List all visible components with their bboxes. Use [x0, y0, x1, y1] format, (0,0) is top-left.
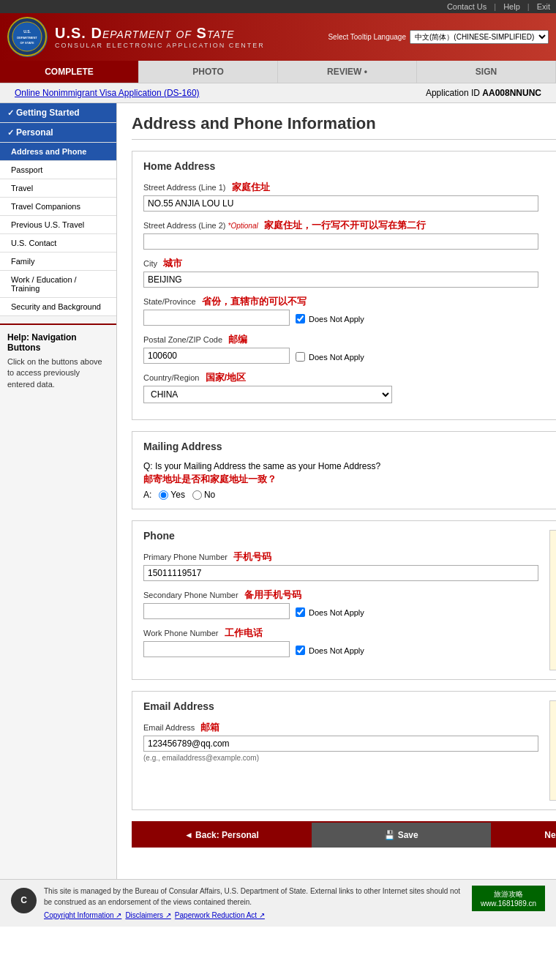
- sidebar-help: Help: Navigation Buttons Click on the bu…: [0, 323, 116, 397]
- secondary-phone-row: Secondary Phone Number 备用手机号码 Does Not A…: [143, 588, 538, 619]
- work-dna-row: Does Not Apply: [296, 646, 364, 655]
- copyright-link[interactable]: Copyright Information ↗: [44, 910, 121, 921]
- phone-title: Phone: [143, 530, 538, 542]
- nav-tabs: COMPLETE PHOTO REVIEW • SIGN: [0, 61, 556, 83]
- street1-label: Street Address (Line 1) 家庭住址: [143, 181, 556, 194]
- sidebar-item-travel-companions[interactable]: Travel Companions: [0, 198, 116, 216]
- page-title: Address and Phone Information: [132, 114, 556, 140]
- sidebar-item-address-phone[interactable]: Address and Phone: [0, 143, 116, 161]
- state-dna-row: Does Not Apply: [296, 314, 364, 323]
- street1-input[interactable]: [143, 195, 538, 212]
- app-id-bar: Online Nonimmigrant Visa Application (DS…: [0, 83, 556, 103]
- seal-logo: U.S. DEPARTMENT OF STATE: [7, 17, 48, 57]
- help-link[interactable]: Help: [503, 2, 520, 11]
- zip-label: Postal Zone/ZIP Code 邮编: [143, 333, 556, 346]
- secondary-phone-input[interactable]: [143, 603, 290, 619]
- lang-select[interactable]: 中文(简体）(CHINESE-SIMPLIFIED): [410, 30, 549, 44]
- work-dna-checkbox[interactable]: [296, 646, 305, 655]
- mailing-no-radio[interactable]: [192, 490, 202, 500]
- sidebar-item-passport[interactable]: Passport: [0, 161, 116, 179]
- disclaimers-link[interactable]: Disclaimers ↗: [125, 910, 170, 921]
- content: Address and Phone Information Home Addre…: [117, 103, 556, 879]
- sidebar-help-title: Help: Navigation Buttons: [7, 332, 109, 353]
- mailing-yes-radio[interactable]: [159, 490, 168, 500]
- email-label: Email Address 邮箱: [143, 721, 538, 734]
- sidebar-item-us-contact[interactable]: U.S. Contact: [0, 234, 116, 253]
- app-id: Application ID AA008NNUNC: [426, 88, 541, 98]
- city-input[interactable]: [143, 272, 538, 288]
- sidebar-item-personal[interactable]: ✓Personal: [0, 123, 116, 143]
- state-label: State/Province 省份，直辖市的可以不写: [143, 295, 556, 308]
- work-phone-label: Work Phone Number 工作电话: [143, 626, 538, 640]
- paperwork-link[interactable]: Paperwork Reduction Act ↗: [175, 910, 265, 921]
- country-row: Country/Region 国家/地区 CHINA: [143, 371, 556, 403]
- email-section: Email Address Email Address 邮箱 (e.g., em…: [132, 691, 556, 809]
- email-help-box: Help: Email Address You must provide an …: [549, 700, 556, 800]
- secondary-dna-row: Does Not Apply: [296, 607, 364, 617]
- work-phone-row: Work Phone Number 工作电话 Does Not Apply: [143, 626, 538, 657]
- home-address-section: Home Address Street Address (Line 1) 家庭住…: [132, 151, 556, 420]
- svg-text:U.S.: U.S.: [23, 29, 31, 34]
- sidebar-item-travel[interactable]: Travel: [0, 179, 116, 198]
- sidebar: ✓Getting Started ✓Personal Address and P…: [0, 103, 117, 879]
- sidebar-item-previous-us-travel[interactable]: Previous U.S. Travel: [0, 216, 116, 234]
- sidebar-item-security[interactable]: Security and Background: [0, 298, 116, 316]
- tab-photo[interactable]: PHOTO: [139, 61, 278, 83]
- phone-section: Phone Primary Phone Number 手机号码 Secondar…: [132, 520, 556, 680]
- bottom-nav: ◄ Back: Personal 💾 Save Next: Passport ►: [132, 821, 556, 848]
- footer-main-text: This site is managed by the Bureau of Co…: [44, 886, 465, 908]
- street2-input[interactable]: [143, 233, 538, 250]
- sidebar-item-getting-started[interactable]: ✓Getting Started: [0, 103, 116, 123]
- contact-link[interactable]: Contact Us: [447, 2, 487, 11]
- footer-logo: C: [11, 888, 37, 913]
- email-input[interactable]: [143, 736, 538, 752]
- footer-links: Copyright Information ↗ Disclaimers ↗ Pa…: [44, 910, 465, 921]
- street2-row: Street Address (Line 2) *Optional 家庭住址，一…: [143, 219, 556, 250]
- dept-name: U.S. Department of State CONSULAR ELECTR…: [55, 25, 265, 49]
- tab-complete[interactable]: COMPLETE: [0, 61, 139, 83]
- lang-label: Select Tooltip Language: [328, 33, 406, 41]
- next-button[interactable]: Next: Passport ►: [491, 823, 556, 848]
- ds160-link[interactable]: Online Nonimmigrant Visa Application (DS…: [15, 88, 200, 98]
- top-bar: Contact Us | Help | Exit: [0, 0, 556, 13]
- city-label: City 城市: [143, 257, 556, 270]
- city-row: City 城市: [143, 257, 556, 288]
- svg-text:DEPARTMENT: DEPARTMENT: [17, 36, 37, 40]
- zip-input[interactable]: [143, 348, 290, 364]
- state-input[interactable]: [143, 310, 290, 326]
- state-row: State/Province 省份，直辖市的可以不写 Does Not Appl…: [143, 295, 556, 326]
- primary-phone-row: Primary Phone Number 手机号码: [143, 550, 538, 581]
- primary-phone-input[interactable]: [143, 565, 538, 581]
- footer: C This site is managed by the Bureau of …: [0, 879, 556, 927]
- zip-dna-row: Does Not Apply: [296, 352, 364, 362]
- phone-help-box: Help: Phone You must provide a primary p…: [549, 530, 556, 670]
- lang-selector: Select Tooltip Language 中文(简体）(CHINESE-S…: [328, 30, 549, 44]
- back-button[interactable]: ◄ Back: Personal: [132, 823, 312, 848]
- header-left: U.S. DEPARTMENT OF STATE U.S. Department…: [7, 17, 265, 57]
- save-button[interactable]: 💾 Save: [312, 823, 492, 848]
- sidebar-item-family[interactable]: Family: [0, 253, 116, 271]
- mailing-yes[interactable]: Yes: [159, 490, 185, 500]
- exit-link[interactable]: Exit: [537, 2, 550, 11]
- country-select[interactable]: CHINA: [143, 386, 392, 403]
- street2-label: Street Address (Line 2) *Optional 家庭住址，一…: [143, 219, 556, 232]
- tab-sign[interactable]: SIGN: [417, 61, 556, 83]
- mailing-radio-group: Yes No: [159, 490, 215, 500]
- home-address-title: Home Address: [143, 160, 556, 172]
- mailing-no[interactable]: No: [192, 490, 215, 500]
- street1-row: Street Address (Line 1) 家庭住址: [143, 181, 556, 212]
- svg-text:OF STATE: OF STATE: [20, 41, 34, 45]
- main-layout: ✓Getting Started ✓Personal Address and P…: [0, 103, 556, 879]
- sidebar-item-work-education[interactable]: Work / Education / Training: [0, 271, 116, 298]
- email-row: Email Address 邮箱 (e.g., emailaddress@exa…: [143, 721, 538, 762]
- mailing-question: Q: Is your Mailing Address the same as y…: [143, 461, 556, 486]
- email-section-title: Email Address: [143, 700, 538, 712]
- secondary-dna-checkbox[interactable]: [296, 607, 305, 617]
- state-dna-checkbox[interactable]: [296, 314, 305, 323]
- footer-text-block: This site is managed by the Bureau of Co…: [44, 886, 465, 921]
- email-placeholder-hint: (e.g., emailaddress@example.com): [143, 754, 538, 762]
- country-label: Country/Region 国家/地区: [143, 371, 556, 384]
- zip-dna-checkbox[interactable]: [296, 352, 305, 362]
- tab-review[interactable]: REVIEW •: [278, 61, 417, 83]
- work-phone-input[interactable]: [143, 641, 290, 657]
